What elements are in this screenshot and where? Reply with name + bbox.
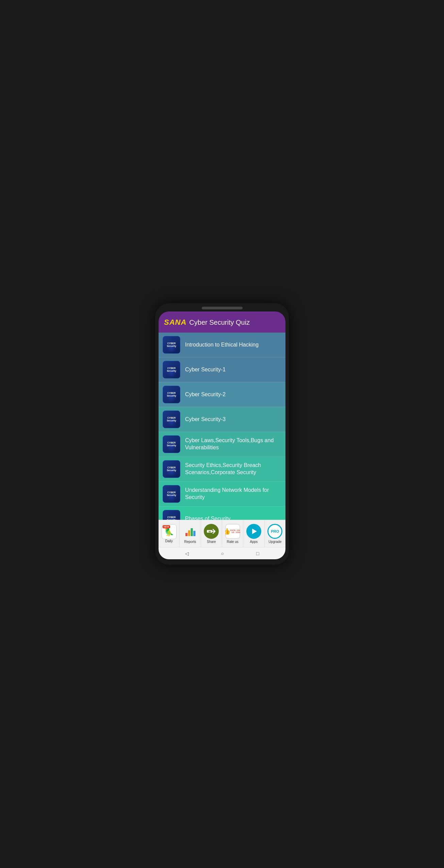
nav-label-share: Share	[207, 540, 216, 544]
share-icon: ✉	[207, 528, 216, 535]
cyber-security-icon: CYBERSecurity	[163, 336, 180, 354]
nav-label-reports: Reports	[184, 540, 196, 544]
cyber-security-icon: CYBERSecurity	[163, 460, 180, 478]
share-icon-bg: ✉	[204, 524, 219, 539]
quiz-list-item[interactable]: CYBERSecurity Cyber Laws,Security Tools,…	[159, 432, 285, 457]
home-button[interactable]: ○	[221, 551, 224, 556]
brand-logo: SANA	[164, 318, 186, 327]
cyber-security-icon: CYBERSecurity	[163, 485, 180, 503]
bird-icon: 🦜	[164, 527, 174, 536]
quiz-list-item[interactable]: CYBERSecurity Introduction to Ethical Ha…	[159, 333, 285, 357]
bottom-nav: NEW 🦜 Daily Reports	[159, 520, 285, 547]
apps-play-icon	[249, 527, 258, 536]
share-icon-wrap: ✉	[204, 524, 219, 539]
nav-label-upgrade: Upgrade	[268, 540, 281, 544]
svg-rect-0	[185, 533, 187, 536]
apps-icon-bg	[246, 524, 261, 539]
quiz-item-label: Cyber Security-1	[185, 366, 281, 373]
nav-label-daily: Daily	[165, 539, 173, 543]
quiz-list-item[interactable]: CYBERSecurity Security Ethics,Security B…	[159, 457, 285, 482]
phone-screen: SANA Cyber Security Quiz CYBERSecurity I…	[159, 311, 285, 559]
quiz-item-label: Cyber Security-3	[185, 416, 281, 423]
nav-item-upgrade[interactable]: PRO Upgrade	[265, 520, 285, 547]
nav-item-rateus[interactable]: 👍 RATE US FIVE STARS Rate us	[222, 520, 243, 547]
quiz-item-label: Phases of Security	[185, 515, 281, 520]
nav-label-apps: Apps	[250, 540, 258, 544]
svg-text:✉: ✉	[209, 530, 211, 533]
nav-item-apps[interactable]: Apps	[243, 520, 264, 547]
svg-marker-6	[252, 529, 257, 534]
quiz-item-label: Cyber Laws,Security Tools,Bugs and Vulne…	[185, 437, 281, 451]
upgrade-icon-wrap: PRO	[267, 524, 282, 539]
quiz-list-item[interactable]: CYBERSecurity Cyber Security-1	[159, 357, 285, 382]
app-header: SANA Cyber Security Quiz	[159, 311, 285, 333]
svg-rect-3	[193, 531, 195, 536]
new-badge: NEW	[163, 525, 170, 528]
rateus-icon: 👍 RATE US FIVE STARS	[225, 524, 240, 539]
cyber-security-icon: CYBERSecurity	[163, 361, 180, 379]
reports-icon-wrap	[183, 524, 198, 539]
rateus-icon-wrap: 👍 RATE US FIVE STARS	[225, 524, 240, 539]
cyber-security-icon: CYBERSecurity	[163, 510, 180, 520]
upgrade-pro-icon: PRO	[267, 524, 282, 539]
phone-frame: SANA Cyber Security Quiz CYBERSecurity I…	[155, 303, 289, 565]
cyber-security-icon: CYBERSecurity	[163, 386, 180, 403]
phone-notch	[202, 307, 243, 309]
nav-item-reports[interactable]: Reports	[180, 520, 201, 547]
apps-icon-wrap	[246, 524, 261, 539]
recent-button[interactable]: □	[256, 551, 259, 556]
quiz-item-label: Understanding Network Models for Securit…	[185, 487, 281, 501]
system-nav-bar: ◁ ○ □	[159, 547, 285, 559]
cyber-security-icon: CYBERSecurity	[163, 411, 180, 428]
svg-rect-1	[188, 530, 190, 536]
nav-label-rateus: Rate us	[227, 540, 238, 544]
back-button[interactable]: ◁	[185, 551, 189, 556]
app-title: Cyber Security Quiz	[189, 319, 250, 326]
quiz-list-item[interactable]: CYBERSecurity Understanding Network Mode…	[159, 482, 285, 507]
quiz-item-label: Introduction to Ethical Hacking	[185, 341, 281, 349]
svg-rect-2	[191, 528, 193, 536]
quiz-list-item[interactable]: CYBERSecurity Cyber Security-2	[159, 382, 285, 407]
quiz-item-label: Security Ethics,Security Breach Scenario…	[185, 462, 281, 476]
reports-icon	[184, 526, 196, 537]
app-container: SANA Cyber Security Quiz CYBERSecurity I…	[159, 311, 285, 559]
quiz-list: CYBERSecurity Introduction to Ethical Ha…	[159, 333, 285, 520]
nav-item-share[interactable]: ✉ Share	[201, 520, 222, 547]
quiz-list-item[interactable]: CYBERSecurity Phases of Security	[159, 507, 285, 520]
quiz-item-label: Cyber Security-2	[185, 391, 281, 398]
daily-icon-wrap: NEW 🦜	[162, 524, 177, 539]
nav-item-daily[interactable]: NEW 🦜 Daily	[159, 520, 180, 547]
cyber-security-icon: CYBERSecurity	[163, 435, 180, 453]
quiz-list-item[interactable]: CYBERSecurity Cyber Security-3	[159, 407, 285, 432]
